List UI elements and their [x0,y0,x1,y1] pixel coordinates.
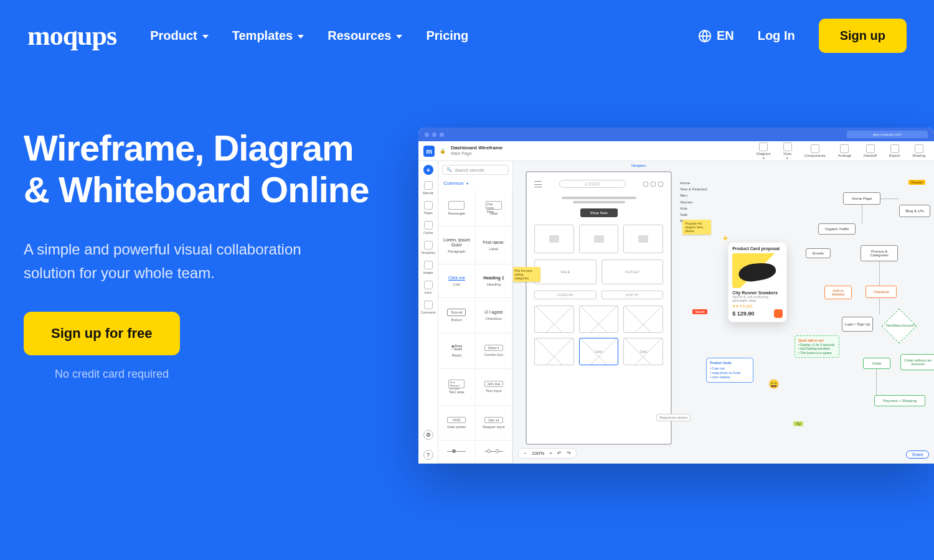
pages-icon [424,201,433,210]
proposal-heading: Product Card proposal [732,246,783,251]
handoff-icon [866,144,875,153]
stencil-preview: First name: [483,240,504,245]
list-item[interactable]: Women [680,199,724,205]
stencil-datepicker[interactable]: 04/22Date picker [438,406,476,441]
flow-box[interactable]: Checkout [866,286,897,298]
nav-resources[interactable]: Resources [328,29,402,43]
product-image [732,253,783,288]
stencil-checkbox[interactable]: ☑ I agreeCheckbox [476,298,513,334]
stencil-rectangle[interactable]: Rectangle [438,190,476,226]
stencil-label: Heading [487,282,501,286]
flow-box[interactable]: Promos & Categories [861,245,898,261]
redo-icon[interactable]: ↷ [567,450,571,456]
tool-label: Note [783,152,791,156]
flow-box[interactable]: Blog & LPs [899,205,930,217]
list-item[interactable]: Kids [680,205,724,212]
rail-comments[interactable]: Comments [423,301,434,314]
stencil-stepper[interactable]: 12px ▴▾Stepper input [476,406,513,441]
stencil-button[interactable]: SubmitButton [438,298,476,334]
stencil-heading[interactable]: Heading 1Heading [476,264,513,297]
rail-templates[interactable]: Templates [423,241,434,254]
rail-stencils[interactable]: Stencils [423,181,434,195]
flow-box[interactable]: Organic Traffic [818,223,856,235]
signup-free-button[interactable]: Sign up for free [24,312,180,355]
settings-icon[interactable]: ⚙ [423,430,433,440]
cart-icon[interactable] [774,309,783,318]
image-placeholder-icon [638,235,648,243]
product-rating: ★★ 4.9 (82) [732,304,783,308]
signup-button[interactable]: Sign up [819,19,907,53]
stencil-label: Combo box [484,353,504,357]
tool-label: Sharing [912,154,925,157]
list-item[interactable]: Sale [680,212,724,218]
tool-components[interactable]: Components [801,144,829,157]
stencil-textinput[interactable]: John DoeText input [476,369,513,406]
list-item[interactable]: Men [680,192,724,198]
list-item[interactable]: New & Featured [680,186,724,192]
canvas[interactable]: Navigation LOGO Shop Now [513,161,934,464]
flowchart[interactable]: Home Page Blog & LPs Organic Traffic Ema… [806,174,930,439]
zoom-in-button[interactable]: + [549,450,552,456]
stencil-label: Checkbox [486,317,502,320]
stencil-slider[interactable] [438,441,476,464]
document-title[interactable]: Dashboard Wireframe Main Page [451,146,502,156]
stencil-textarea[interactable]: Dear Moqups I love you!Text area [438,369,476,406]
help-icon[interactable]: ? [423,450,433,460]
sticky-note[interactable]: Pick the best selling categories [513,267,540,282]
nav-product[interactable]: Product [150,29,209,43]
rail-images[interactable]: Images [423,261,434,274]
icons-icon [424,281,433,289]
sticky-note[interactable]: Propose 4-6 slogans here, please [682,220,711,235]
stencil-link[interactable]: Click meLink [438,264,476,297]
rail-icons[interactable]: Icons [423,281,434,294]
share-button[interactable]: Share [906,450,929,459]
stencil-label[interactable]: First name:Label [476,226,513,264]
stencil-paragraph[interactable]: Lorem, Ipsum DolorParagraph [438,226,476,264]
zoom-controls[interactable]: − 100% + ↶ ↷ [518,448,577,459]
tool-handoff[interactable]: Handoff [860,144,880,157]
flow-box[interactable]: Order [863,358,890,369]
flow-box[interactable]: Payment + Shipping [874,395,925,406]
tool-note[interactable]: Note▾ [780,142,796,160]
flow-box[interactable]: Emails [806,248,831,258]
tool-arrange[interactable]: Arrange [834,144,855,157]
flow-box[interactable]: Order without an Account [900,354,934,370]
nav-pricing[interactable]: Pricing [426,29,468,43]
lang-label: EN [717,29,734,43]
flow-box[interactable]: Home Page [843,192,880,205]
comment-note[interactable]: Product Cards • 5 per row • swap photo o… [706,358,753,383]
stencil-combobox[interactable]: Select ▾Combo box [476,334,513,369]
undo-icon[interactable]: ↶ [557,450,562,456]
app-logo-icon[interactable]: m [423,146,435,157]
rail-label: Pages [424,211,433,215]
wireframe-cell [579,306,619,333]
language-switcher[interactable]: EN [698,29,734,43]
stencil-note[interactable]: One more thingNote [476,190,513,226]
flow-decision[interactable]: Has/Wants Account? [882,309,917,344]
tool-diagram[interactable]: Diagram▾ [753,142,775,160]
zoom-out-button[interactable]: − [524,450,527,456]
rail-outline[interactable]: Outline [423,221,434,235]
rail-pages[interactable]: Pages [423,201,434,215]
flow-box[interactable]: Add to Wishlist [824,286,852,299]
flow-box[interactable]: Login / Sign Up [842,317,873,332]
tool-label: Handoff [864,154,877,157]
tool-label: Arrange [838,154,851,157]
search-stencils-input[interactable]: 🔍 Search stencils [442,165,509,175]
brand-logo[interactable]: moqups [27,20,116,52]
stencil-category[interactable]: Common ▾ [438,179,512,190]
nav-templates[interactable]: Templates [232,29,304,43]
product-card-proposal[interactable]: Product Card proposal City Runner Sneake… [728,242,787,322]
login-link[interactable]: Log In [758,29,795,43]
list-item[interactable]: Home [680,180,724,186]
collaborator-cursor: Sarah [692,309,707,314]
tool-export[interactable]: Export [885,144,903,157]
stencil-radio[interactable]: ◉ Pizza○ SushiRadio [438,334,476,369]
stencil-slider-range[interactable] [476,441,513,464]
stencil-panel: 🔍 Search stencils Common ▾ Rectangle One… [438,161,513,464]
tool-sharing[interactable]: Sharing [908,144,929,157]
add-button[interactable]: + [423,165,433,175]
wireframe-headline [562,197,636,203]
wireframe-artboard[interactable]: LOGO Shop Now SALE OUTLET [526,171,672,445]
emoji-icon: 😄 [768,379,779,389]
